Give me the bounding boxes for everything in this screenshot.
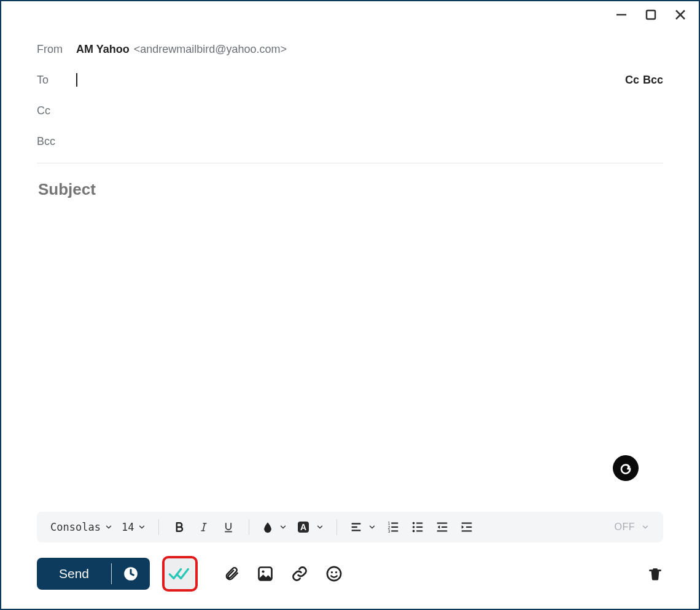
header-divider (37, 163, 663, 163)
minimize-button[interactable] (614, 7, 629, 22)
cc-toggle[interactable]: Cc (625, 74, 639, 87)
link-icon (291, 565, 308, 582)
window-controls (614, 7, 688, 22)
font-size-select[interactable]: 14 (122, 521, 146, 533)
subject-row (37, 177, 663, 211)
svg-text:3: 3 (388, 529, 391, 533)
send-button[interactable]: Send (37, 558, 111, 590)
bcc-row: Bcc (37, 126, 663, 157)
message-body[interactable] (37, 211, 663, 499)
highlight-color-button[interactable]: A (296, 518, 324, 536)
grammarly-icon[interactable] (613, 455, 639, 481)
bottom-action-bar: Send (1, 542, 699, 609)
discard-button[interactable] (647, 565, 663, 583)
numbered-list-icon: 1 2 3 (386, 520, 400, 534)
toolbar-divider (336, 519, 337, 535)
double-check-icon (168, 565, 192, 583)
formatting-off-button[interactable]: OFF (615, 522, 650, 533)
chevron-down-icon (138, 523, 146, 531)
indent-button[interactable] (459, 518, 475, 536)
drop-icon (262, 520, 274, 534)
subject-input[interactable] (37, 179, 663, 200)
toolbar-divider (158, 519, 159, 535)
svg-text:A: A (300, 522, 306, 532)
numbered-list-button[interactable]: 1 2 3 (385, 518, 401, 536)
from-name: AM Yahoo (76, 43, 130, 55)
font-family-value: Consolas (50, 521, 101, 533)
chevron-down-icon (104, 523, 113, 531)
compose-window: From AM Yahoo <andrewmailbird@yahoo.com>… (0, 0, 700, 610)
clock-icon (123, 566, 139, 582)
chevron-down-icon (316, 523, 324, 531)
from-account[interactable]: AM Yahoo <andrewmailbird@yahoo.com> (76, 43, 287, 56)
read-receipt-button[interactable] (162, 556, 198, 592)
cc-bcc-toggle: Cc Bcc (625, 74, 663, 87)
image-icon (257, 565, 274, 582)
bcc-input[interactable] (76, 135, 663, 148)
maximize-button[interactable] (644, 7, 658, 22)
outdent-icon (435, 520, 449, 534)
cc-label: Cc (37, 104, 76, 117)
bullet-list-icon (411, 520, 424, 534)
compose-action-icons (224, 565, 343, 583)
highlight-icon: A (296, 520, 311, 534)
off-label: OFF (615, 522, 636, 533)
send-label: Send (59, 566, 89, 581)
cc-row: Cc (37, 95, 663, 126)
attach-file-button[interactable] (224, 565, 239, 583)
svg-rect-1 (647, 10, 655, 19)
underline-button[interactable] (220, 518, 236, 536)
to-label: To (37, 74, 76, 87)
svg-point-21 (413, 526, 415, 528)
format-toolbar: Consolas 14 A (37, 512, 663, 542)
svg-line-5 (203, 523, 205, 531)
compose-content: From AM Yahoo <andrewmailbird@yahoo.com>… (1, 1, 699, 512)
to-row: To Cc Bcc (37, 65, 663, 95)
from-label: From (37, 43, 76, 56)
insert-image-button[interactable] (257, 565, 274, 582)
from-row: From AM Yahoo <andrewmailbird@yahoo.com> (37, 34, 663, 65)
svg-point-34 (262, 570, 264, 573)
bcc-label: Bcc (37, 135, 76, 148)
align-button[interactable] (349, 518, 376, 536)
toolbar-divider (249, 519, 249, 535)
paperclip-icon (224, 565, 239, 583)
chevron-down-icon (279, 523, 287, 531)
cc-input[interactable] (76, 104, 663, 117)
svg-point-36 (331, 571, 333, 573)
indent-icon (460, 520, 473, 534)
align-left-icon (349, 520, 363, 534)
schedule-send-button[interactable] (112, 558, 150, 590)
bullet-list-button[interactable] (410, 518, 426, 536)
outdent-button[interactable] (434, 518, 450, 536)
font-color-button[interactable] (262, 518, 287, 536)
font-family-select[interactable]: Consolas (50, 521, 113, 533)
bold-button[interactable] (171, 518, 187, 536)
trash-icon (647, 565, 663, 583)
send-group: Send (37, 558, 150, 590)
chevron-down-icon (368, 523, 376, 531)
emoji-icon (325, 565, 343, 582)
italic-button[interactable] (196, 518, 212, 536)
close-button[interactable] (673, 7, 688, 22)
font-size-value: 14 (122, 521, 134, 533)
insert-emoji-button[interactable] (325, 565, 343, 582)
svg-point-35 (327, 567, 341, 581)
chevron-down-icon (641, 523, 650, 531)
to-input[interactable] (76, 73, 663, 87)
svg-point-20 (413, 522, 415, 525)
svg-point-37 (335, 571, 337, 573)
bcc-toggle[interactable]: Bcc (643, 74, 663, 87)
insert-link-button[interactable] (291, 565, 308, 582)
from-email: <andrewmailbird@yahoo.com> (134, 43, 287, 55)
svg-point-22 (413, 530, 415, 533)
